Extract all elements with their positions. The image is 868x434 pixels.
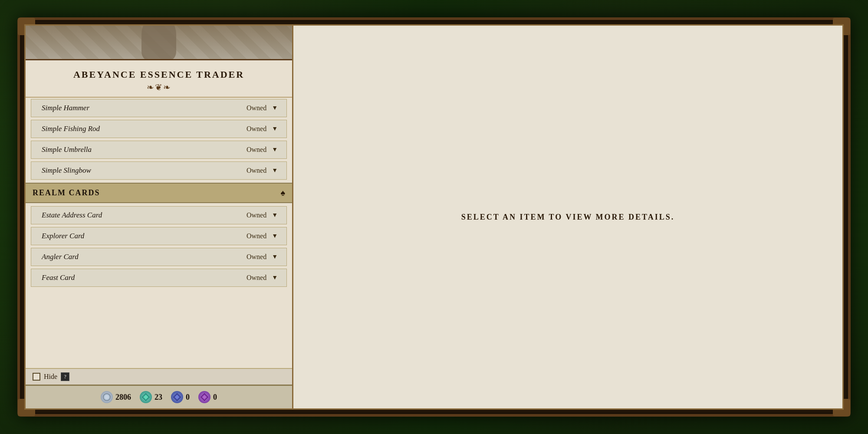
currency-item-blue: 0	[171, 391, 190, 403]
main-frame: ABEYANCE ESSENCE TRADER ❧❦❧ Simple Hamme…	[17, 17, 851, 417]
list-item[interactable]: Angler Card Owned ▼	[31, 248, 287, 266]
currency-item-purple: 0	[198, 391, 217, 403]
blue-currency-icon	[171, 391, 183, 403]
dropdown-arrow-icon[interactable]: ▼	[272, 233, 278, 240]
list-item[interactable]: Simple Slingbow Owned ▼	[31, 161, 287, 180]
hide-label: Hide	[44, 373, 57, 381]
silver-currency-icon	[101, 391, 113, 403]
item-right: Owned ▼	[247, 125, 278, 133]
teal-currency-icon	[140, 391, 152, 403]
category-label: REALM CARDS	[33, 188, 100, 197]
item-status: Owned	[247, 104, 266, 112]
item-status: Owned	[247, 125, 266, 133]
top-banner	[26, 26, 292, 60]
panel-header: ABEYANCE ESSENCE TRADER ❧❦❧	[26, 60, 292, 98]
silver-amount: 2806	[115, 393, 131, 402]
main-layout: ABEYANCE ESSENCE TRADER ❧❦❧ Simple Hamme…	[24, 24, 844, 410]
item-status: Owned	[247, 253, 266, 261]
teal-amount: 23	[155, 393, 162, 402]
left-panel: ABEYANCE ESSENCE TRADER ❧❦❧ Simple Hamme…	[24, 24, 293, 410]
currency-bar: 2806 23	[26, 385, 292, 408]
item-status: Owned	[247, 167, 266, 174]
dropdown-arrow-icon[interactable]: ▼	[272, 146, 278, 153]
svg-point-1	[105, 395, 109, 399]
list-item[interactable]: Feast Card Owned ▼	[31, 269, 287, 287]
item-right: Owned ▼	[247, 146, 278, 154]
item-name: Simple Slingbow	[42, 166, 91, 175]
item-name: Explorer Card	[42, 232, 84, 240]
item-right: Owned ▼	[247, 274, 278, 282]
bottom-controls: Hide ?	[26, 368, 292, 385]
dropdown-arrow-icon[interactable]: ▼	[272, 274, 278, 281]
purple-currency-icon	[198, 391, 210, 403]
list-item[interactable]: Simple Fishing Rod Owned ▼	[31, 120, 287, 138]
right-panel: SELECT AN ITEM TO VIEW MORE DETAILS.	[293, 24, 844, 410]
item-name: Angler Card	[42, 253, 79, 261]
item-right: Owned ▼	[247, 232, 278, 240]
item-status: Owned	[247, 274, 266, 282]
item-name: Estate Address Card	[42, 211, 102, 220]
category-header-realm-cards[interactable]: REALM CARDS ♠	[26, 183, 292, 203]
dropdown-arrow-icon[interactable]: ▼	[272, 125, 278, 132]
select-prompt: SELECT AN ITEM TO VIEW MORE DETAILS.	[461, 213, 675, 222]
item-status: Owned	[247, 232, 266, 240]
item-status: Owned	[247, 146, 266, 154]
list-item[interactable]: Estate Address Card Owned ▼	[31, 206, 287, 224]
dropdown-arrow-icon[interactable]: ▼	[272, 105, 278, 112]
item-name: Simple Hammer	[42, 104, 89, 112]
purple-amount: 0	[213, 393, 217, 402]
panel-title: ABEYANCE ESSENCE TRADER	[33, 69, 285, 80]
item-right: Owned ▼	[247, 104, 278, 112]
dropdown-arrow-icon[interactable]: ▼	[272, 253, 278, 260]
item-list: Simple Hammer Owned ▼ Simple Fishing Rod…	[26, 98, 292, 368]
help-badge[interactable]: ?	[61, 372, 69, 381]
list-item[interactable]: Simple Hammer Owned ▼	[31, 99, 287, 117]
item-name: Simple Fishing Rod	[42, 125, 100, 133]
hide-checkbox[interactable]	[33, 373, 40, 381]
stone-figure-decoration	[141, 26, 176, 60]
currency-item-silver: 2806	[101, 391, 131, 403]
list-item[interactable]: Simple Umbrella Owned ▼	[31, 141, 287, 159]
currency-item-teal: 23	[140, 391, 162, 403]
blue-amount: 0	[186, 393, 190, 402]
category-expand-icon: ♠	[280, 188, 285, 198]
item-right: Owned ▼	[247, 167, 278, 174]
item-right: Owned ▼	[247, 211, 278, 219]
item-name: Simple Umbrella	[42, 145, 92, 154]
dropdown-arrow-icon[interactable]: ▼	[272, 212, 278, 219]
ornament: ❧❦❧	[33, 82, 285, 92]
item-right: Owned ▼	[247, 253, 278, 261]
item-status: Owned	[247, 211, 266, 219]
item-name: Feast Card	[42, 273, 75, 282]
list-item[interactable]: Explorer Card Owned ▼	[31, 227, 287, 245]
dropdown-arrow-icon[interactable]: ▼	[272, 167, 278, 174]
